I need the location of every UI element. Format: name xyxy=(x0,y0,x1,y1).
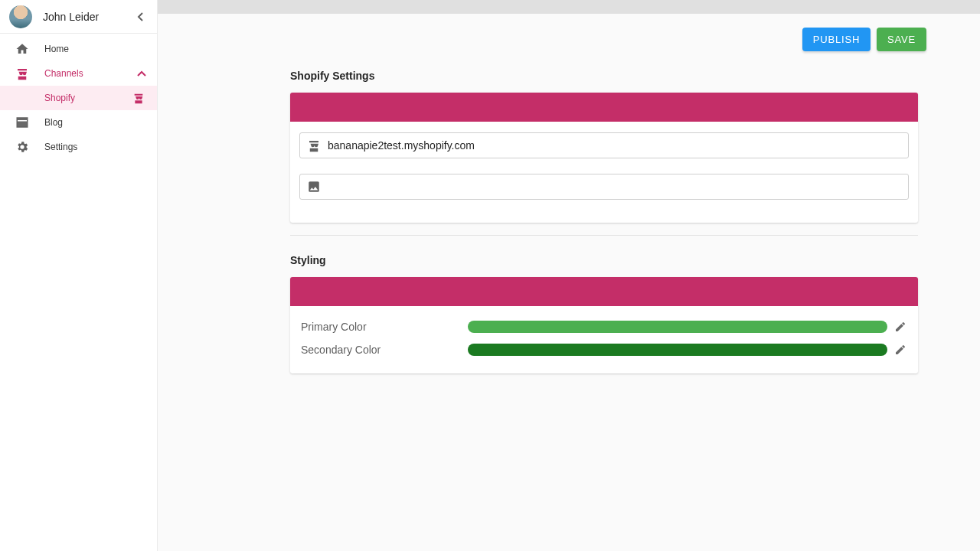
sidebar-item-settings[interactable]: Settings xyxy=(0,135,157,159)
image-icon xyxy=(306,179,322,194)
top-bar xyxy=(158,0,980,14)
primary-color-swatch[interactable] xyxy=(468,321,887,333)
primary-color-label: Primary Color xyxy=(301,321,468,333)
sidebar-item-label: Channels xyxy=(44,68,137,79)
pencil-icon[interactable] xyxy=(893,343,907,357)
shop-image-field[interactable] xyxy=(299,174,909,200)
storefront-icon xyxy=(14,65,31,82)
secondary-color-label: Secondary Color xyxy=(301,344,468,356)
divider xyxy=(290,235,918,236)
home-icon xyxy=(14,41,31,57)
shop-domain-input[interactable] xyxy=(328,139,902,152)
primary-color-row: Primary Color xyxy=(301,320,907,334)
publish-button[interactable]: PUBLISH xyxy=(802,28,871,51)
sidebar-subitem-shopify[interactable]: Shopify xyxy=(0,86,157,110)
sidebar-nav: Home Channels Shopify Blog xyxy=(0,34,157,159)
chevron-left-icon[interactable] xyxy=(132,9,148,24)
styling-card: Primary Color Secondary Color xyxy=(290,277,918,373)
sidebar-item-home[interactable]: Home xyxy=(0,37,157,61)
secondary-color-swatch[interactable] xyxy=(468,344,887,356)
main-content: PUBLISH SAVE Shopify Settings xyxy=(158,14,980,551)
section-title-styling: Styling xyxy=(290,254,918,266)
pencil-icon[interactable] xyxy=(893,320,907,334)
section-title-shopify: Shopify Settings xyxy=(290,70,918,82)
sidebar-item-label: Home xyxy=(44,44,146,54)
storefront-icon xyxy=(306,138,322,153)
web-icon xyxy=(14,114,31,131)
avatar[interactable] xyxy=(9,5,32,28)
save-button[interactable]: SAVE xyxy=(877,28,926,51)
sidebar-subitem-label: Shopify xyxy=(44,93,146,103)
shop-image-input[interactable] xyxy=(328,181,902,193)
sidebar-item-label: Blog xyxy=(44,117,146,128)
sidebar-header: John Leider xyxy=(0,0,157,34)
action-bar: PUBLISH SAVE xyxy=(158,14,980,51)
user-name: John Leider xyxy=(43,11,132,23)
chevron-up-icon xyxy=(137,70,146,77)
sidebar-item-label: Settings xyxy=(44,142,146,152)
sidebar-item-channels[interactable]: Channels xyxy=(0,61,157,86)
storefront-icon xyxy=(132,92,145,104)
card-header xyxy=(290,277,918,306)
sidebar-item-blog[interactable]: Blog xyxy=(0,110,157,135)
shopify-settings-card xyxy=(290,93,918,223)
secondary-color-row: Secondary Color xyxy=(301,343,907,357)
shop-domain-field[interactable] xyxy=(299,132,909,158)
sidebar: John Leider Home Channels Shopify xyxy=(0,0,158,551)
card-header xyxy=(290,93,918,122)
gear-icon xyxy=(14,139,31,155)
